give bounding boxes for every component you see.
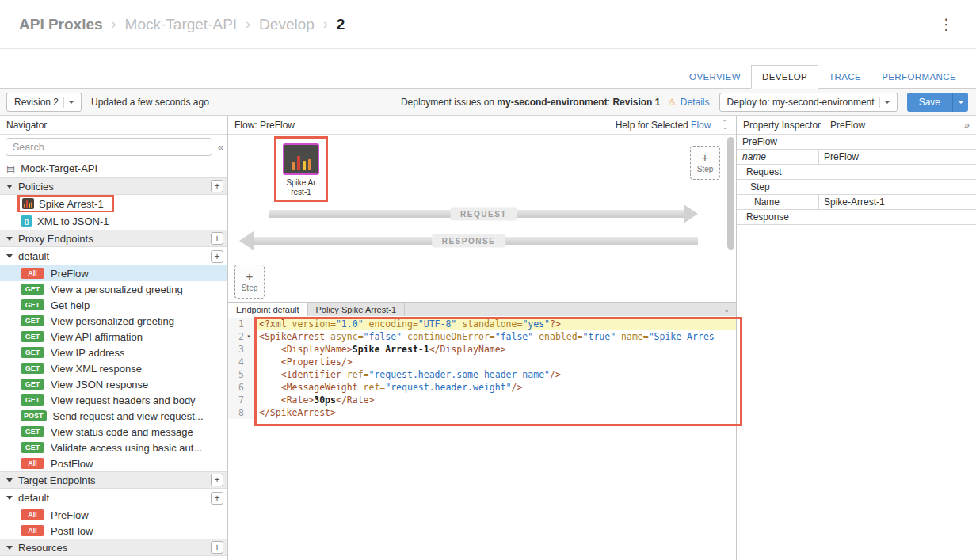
method-badge: POST	[21, 410, 47, 421]
fold-icon[interactable]: ▾	[244, 330, 254, 343]
tree-section-resources[interactable]: Resources+	[0, 539, 227, 556]
editor-tabs-caret-icon[interactable]: ⌄	[717, 303, 736, 316]
collapse-navigator-icon[interactable]: «	[218, 141, 223, 153]
inspector-value[interactable]: Spike-Arrest-1	[819, 195, 976, 209]
expand-inspector-icon[interactable]: »	[964, 119, 970, 131]
code-content[interactable]: <Identifier ref="request.header.some-hea…	[255, 368, 736, 381]
inspector-row-name[interactable]: NameSpike-Arrest-1	[737, 195, 976, 210]
code-line-1: 1<?xml version="1.0" encoding="UTF-8" st…	[228, 318, 736, 330]
tree-item-label: Get help	[51, 299, 90, 311]
breadcrumb-develop[interactable]: Develop	[259, 16, 315, 33]
inspector-row-step[interactable]: Step	[737, 180, 976, 195]
develop-center-panel: Flow: PreFlow Help for Selected Flow ⌃ ⌄…	[228, 116, 736, 560]
editor-tab-endpoint-default[interactable]: Endpoint default	[228, 303, 308, 316]
code-editor-lines[interactable]: 1<?xml version="1.0" encoding="UTF-8" st…	[228, 316, 736, 560]
main-area: Navigator « ▤Mock-Target-APIPolicies+Spi…	[0, 116, 976, 560]
line-number: 5	[228, 368, 255, 381]
tree-section-label: Resources	[18, 542, 67, 554]
code-content[interactable]: <Properties/>	[255, 356, 736, 368]
add-step-button-request[interactable]: + Step	[690, 146, 720, 180]
nav-tabs: OVERVIEWDEVELOPTRACEPERFORMANCE	[0, 49, 976, 89]
code-content[interactable]: </SpikeArrest>	[255, 406, 736, 419]
tab-trace[interactable]: TRACE	[818, 66, 871, 88]
method-badge: GET	[21, 284, 44, 295]
tree-flow-view-request-headers-and-body[interactable]: GETView request headers and body	[0, 392, 227, 408]
editor-tab-policy-spike-arrest-1[interactable]: Policy Spike Arrest-1	[308, 303, 405, 316]
code-content[interactable]: <Rate>30ps</Rate>	[255, 394, 736, 406]
tree-item-label: Send request and view request...	[53, 410, 204, 422]
search-input[interactable]	[6, 138, 212, 156]
add-step-button-response[interactable]: + Step	[234, 265, 265, 299]
tree-section-default[interactable]: default+	[0, 489, 227, 507]
save-dropdown-caret-icon[interactable]	[952, 93, 968, 112]
code-content[interactable]: <SpikeArrest async="false" continueOnErr…	[255, 330, 736, 343]
tree-flow-view-xml-response[interactable]: GETView XML response	[0, 360, 227, 376]
kebab-menu-icon[interactable]: ⋮	[936, 15, 957, 33]
save-button-label[interactable]: Save	[907, 93, 952, 112]
add-button[interactable]: +	[211, 492, 223, 505]
flow-node-spike-arrest[interactable]	[283, 143, 319, 175]
tab-performance[interactable]: PERFORMANCE	[871, 66, 966, 88]
tree-flow-view-api-affirmation[interactable]: GETView API affirmation	[0, 329, 227, 345]
inspector-row-preflow[interactable]: PreFlow	[737, 135, 976, 150]
add-button[interactable]: +	[211, 541, 223, 554]
collapse-flow-panel-icon[interactable]: ⌃ ⌄	[722, 121, 728, 129]
breadcrumb-api-proxies[interactable]: API Proxies	[19, 16, 103, 33]
tree-flow-view-ip-address[interactable]: GETView IP address	[0, 345, 227, 360]
tree-section-target-endpoints[interactable]: Target Endpoints+	[0, 471, 227, 489]
method-badge: All	[21, 509, 44, 520]
tree-section-policies[interactable]: Policies+	[0, 177, 227, 195]
revision-select[interactable]: Revision 2	[6, 93, 82, 112]
flow-help-link[interactable]: Flow	[691, 120, 711, 131]
inspector-subtitle: PreFlow	[830, 120, 865, 131]
inspector-row-response[interactable]: Response	[737, 210, 976, 225]
tree-flow-validate-access-using-basic-aut[interactable]: GETValidate access using basic aut...	[0, 440, 227, 455]
tab-develop[interactable]: DEVELOP	[751, 65, 818, 89]
tree-flow-preflow[interactable]: AllPreFlow	[0, 507, 227, 523]
document-icon: ▤	[6, 163, 15, 174]
add-button[interactable]: +	[211, 474, 223, 486]
breadcrumb-proxy-name[interactable]: Mock-Target-API	[125, 16, 237, 33]
tree-section-default[interactable]: default+	[0, 247, 227, 265]
add-button[interactable]: +	[211, 232, 223, 245]
tree-item-mock-target-api[interactable]: ▤Mock-Target-API	[0, 159, 227, 177]
tree-policy-spike-arrest-1[interactable]: Spike Arrest-1	[0, 195, 227, 212]
tree-flow-get-help[interactable]: GETGet help	[0, 297, 227, 313]
inspector-row-request[interactable]: Request	[737, 165, 976, 180]
add-button[interactable]: +	[211, 180, 223, 192]
flow-scrollbar-thumb[interactable]	[727, 137, 734, 250]
flow-scrollbar[interactable]	[727, 137, 734, 264]
tree-item-label: View a personalized greeting	[51, 284, 183, 295]
response-flow-arrow: RESPONSE	[239, 231, 698, 250]
details-link[interactable]: Details	[681, 97, 710, 108]
tree-item-label: Mock-Target-API	[21, 162, 97, 174]
tree-policy-xml-to-json-1[interactable]: {}XML to JSON-1	[0, 212, 227, 230]
tree-flow-preflow[interactable]: AllPreFlow	[0, 265, 227, 281]
flow-node-label-line2: rest-1	[286, 188, 315, 197]
tree-flow-postflow[interactable]: AllPostFlow	[0, 523, 227, 539]
flow-help-text: Help for Selected	[616, 120, 688, 131]
tree-flow-view-json-response[interactable]: GETView JSON response	[0, 376, 227, 392]
navigator-title: Navigator	[6, 120, 47, 131]
tree-flow-postflow[interactable]: AllPostFlow	[0, 455, 227, 471]
code-content[interactable]: <MessageWeight ref="request.header.weigh…	[255, 381, 736, 394]
code-content[interactable]: <DisplayName>Spike Arrest-1</DisplayName…	[255, 343, 736, 356]
tree-flow-view-personalized-greeting[interactable]: GETView personalized greeting	[0, 313, 227, 329]
add-button[interactable]: +	[211, 250, 223, 263]
tree-section-proxy-endpoints[interactable]: Proxy Endpoints+	[0, 230, 227, 247]
flow-help: Help for Selected Flow	[616, 120, 711, 131]
tree-flow-view-status-code-and-message[interactable]: GETView status code and message	[0, 424, 227, 440]
tab-overview[interactable]: OVERVIEW	[679, 66, 751, 88]
flow-node-annotation-box: Spike Ar rest-1	[274, 136, 328, 202]
deploy-select[interactable]: Deploy to: my-second-environment	[719, 93, 898, 112]
code-line-8: 8</SpikeArrest>	[228, 406, 736, 419]
method-badge: GET	[21, 331, 44, 342]
tree-flow-send-request-and-view-request[interactable]: POSTSend request and view request...	[0, 408, 227, 424]
tree-flow-view-a-personalized-greeting[interactable]: GETView a personalized greeting	[0, 281, 227, 297]
save-button[interactable]: Save	[907, 93, 968, 112]
breadcrumb-separator-icon: ›	[112, 16, 116, 32]
inspector-value[interactable]: PreFlow	[819, 150, 976, 164]
code-content[interactable]: <?xml version="1.0" encoding="UTF-8" sta…	[255, 318, 736, 330]
inspector-row-name[interactable]: namePreFlow	[737, 150, 976, 165]
deployment-colon: :	[608, 97, 610, 108]
